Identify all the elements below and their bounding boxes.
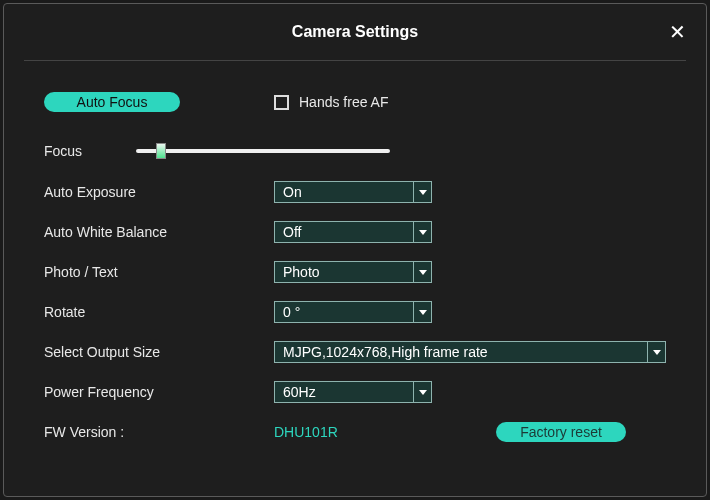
photo-text-label: Photo / Text xyxy=(44,264,274,280)
power-frequency-select[interactable]: 60Hz xyxy=(274,381,432,403)
focus-slider-thumb[interactable] xyxy=(156,143,166,159)
focus-label: Focus xyxy=(44,143,136,159)
hands-free-af-checkbox[interactable] xyxy=(274,95,289,110)
output-size-select[interactable]: MJPG,1024x768,High frame rate xyxy=(274,341,666,363)
row-output-size: Select Output Size MJPG,1024x768,High fr… xyxy=(44,341,666,363)
auto-white-balance-label: Auto White Balance xyxy=(44,224,274,240)
chevron-down-icon xyxy=(413,382,431,402)
factory-reset-button[interactable]: Factory reset xyxy=(496,422,626,442)
power-frequency-label: Power Frequency xyxy=(44,384,274,400)
auto-focus-button[interactable]: Auto Focus xyxy=(44,92,180,112)
rotate-value: 0 ° xyxy=(283,304,300,320)
content: Auto Focus Hands free AF Focus Auto Expo… xyxy=(4,61,706,443)
auto-white-balance-select[interactable]: Off xyxy=(274,221,432,243)
hands-free-af-label: Hands free AF xyxy=(299,94,389,110)
fw-version-value: DHU101R xyxy=(274,424,338,440)
auto-exposure-label: Auto Exposure xyxy=(44,184,274,200)
photo-text-select[interactable]: Photo xyxy=(274,261,432,283)
header: Camera Settings ✕ xyxy=(4,4,706,60)
autofocus-col: Auto Focus xyxy=(44,92,274,112)
row-autofocus: Auto Focus Hands free AF xyxy=(44,91,666,113)
camera-settings-panel: Camera Settings ✕ Auto Focus Hands free … xyxy=(3,3,707,497)
row-fw-version: FW Version : DHU101R Factory reset xyxy=(44,421,666,443)
rotate-select[interactable]: 0 ° xyxy=(274,301,432,323)
row-focus: Focus xyxy=(44,143,666,159)
row-photo-text: Photo / Text Photo xyxy=(44,261,666,283)
row-auto-exposure: Auto Exposure On xyxy=(44,181,666,203)
chevron-down-icon xyxy=(647,342,665,362)
output-size-label: Select Output Size xyxy=(44,344,274,360)
auto-exposure-select[interactable]: On xyxy=(274,181,432,203)
close-icon[interactable]: ✕ xyxy=(669,22,686,42)
chevron-down-icon xyxy=(413,182,431,202)
auto-exposure-value: On xyxy=(283,184,302,200)
rotate-label: Rotate xyxy=(44,304,274,320)
chevron-down-icon xyxy=(413,222,431,242)
chevron-down-icon xyxy=(413,302,431,322)
page-title: Camera Settings xyxy=(292,23,418,41)
auto-white-balance-value: Off xyxy=(283,224,301,240)
row-power-frequency: Power Frequency 60Hz xyxy=(44,381,666,403)
row-auto-white-balance: Auto White Balance Off xyxy=(44,221,666,243)
row-rotate: Rotate 0 ° xyxy=(44,301,666,323)
chevron-down-icon xyxy=(413,262,431,282)
power-frequency-value: 60Hz xyxy=(283,384,316,400)
photo-text-value: Photo xyxy=(283,264,320,280)
hands-free-af-wrap[interactable]: Hands free AF xyxy=(274,94,389,110)
fw-version-label: FW Version : xyxy=(44,424,274,440)
focus-slider[interactable] xyxy=(136,149,390,153)
output-size-value: MJPG,1024x768,High frame rate xyxy=(283,344,488,360)
